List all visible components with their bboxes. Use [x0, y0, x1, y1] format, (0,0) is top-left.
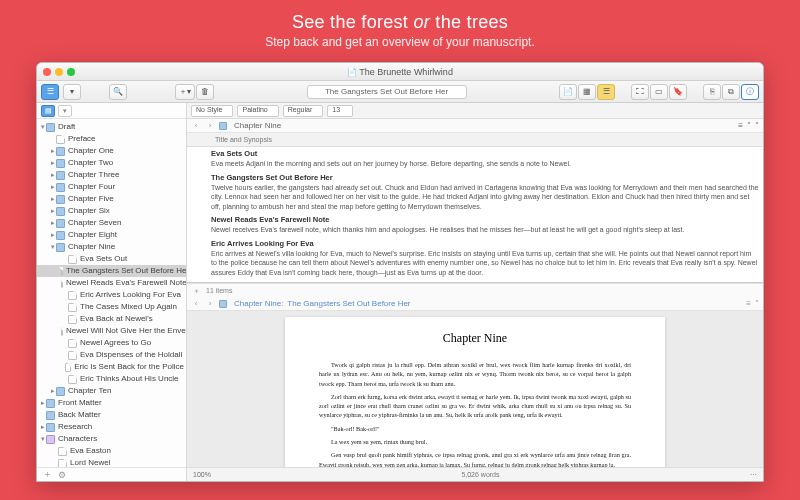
page-heading: Chapter Nine — [319, 331, 631, 346]
outliner-footer: ＋ 11 items — [187, 283, 763, 297]
nav-back-icon[interactable]: ‹ — [191, 121, 201, 130]
binder-front-matter[interactable]: Front Matter — [58, 397, 102, 409]
binder-doc[interactable]: Newel Will Not Give Her the Envelope — [66, 325, 186, 337]
binder-doc[interactable]: Eric Is Sent Back for the Police — [74, 361, 184, 373]
outliner-item-synopsis[interactable]: Newel receives Eva's farewell note, whic… — [211, 225, 759, 234]
binder-doc[interactable]: The Cases Mixed Up Again — [80, 301, 177, 313]
editor-crumb-prefix[interactable]: Chapter Nine: — [234, 299, 283, 308]
binder-back-matter[interactable]: Back Matter — [58, 409, 101, 421]
promo-subline: Step back and get an overview of your ma… — [0, 35, 800, 49]
word-count[interactable]: 5,026 words — [211, 471, 750, 478]
outliner-item-title[interactable]: Newel Reads Eva's Farewell Note — [211, 215, 759, 225]
editor-split-icon[interactable]: ≡ — [746, 299, 751, 308]
body-paragraph[interactable]: La wex yem su yem, rintax thung brul. — [319, 437, 631, 446]
binder-doc[interactable]: Eric Arrives Looking For Eva — [80, 289, 181, 301]
add-button[interactable]: ＋▾ — [175, 84, 195, 100]
outliner-add-button[interactable]: ＋ — [193, 286, 200, 296]
search-button[interactable]: 🔍 — [109, 84, 127, 100]
binder-chapter[interactable]: Chapter Four — [68, 181, 115, 193]
binder-characters[interactable]: Characters — [58, 433, 97, 445]
bookmarks-button[interactable]: 🔖 — [669, 84, 687, 100]
binder-sidebar: ▤ ▾ ▾Draft Preface ▸Chapter One ▸Chapter… — [37, 103, 187, 481]
binder-chapter[interactable]: Chapter Three — [68, 169, 119, 181]
body-paragraph[interactable]: Gen vusp brul quolt pank himifi yiphras,… — [319, 450, 631, 467]
outliner-column-header[interactable]: Title and Synopsis — [187, 133, 763, 147]
format-bar: No Style Palatino Regular 13 — [187, 103, 763, 119]
layout-button[interactable]: ▭ — [650, 84, 668, 100]
manuscript-page[interactable]: Chapter Nine Twork qi galph ristas ju la… — [285, 317, 665, 467]
binder-chapter[interactable]: Chapter Seven — [68, 217, 121, 229]
binder-preface[interactable]: Preface — [68, 133, 96, 145]
main-toolbar: ☰ ▾ 🔍 ＋▾ 🗑 📄 ▦ ☰ ⛶ ▭ 🔖 — [37, 81, 763, 103]
binder-chapter[interactable]: Chapter Ten — [68, 385, 111, 397]
outliner-item-synopsis[interactable]: Eva meets Adjani in the morning and sets… — [211, 159, 759, 168]
style-select[interactable]: No Style — [191, 105, 233, 117]
trash-button[interactable]: 🗑 — [196, 84, 214, 100]
font-select[interactable]: Palatino — [237, 105, 278, 117]
binder-chapter[interactable]: Chapter Eight — [68, 229, 117, 241]
binder-chapter[interactable]: Chapter One — [68, 145, 114, 157]
outliner-item-title[interactable]: Eva Sets Out — [211, 149, 759, 159]
binder-dropdown[interactable]: ▾ — [58, 105, 72, 117]
binder-doc[interactable]: Newel Reads Eva's Farewell Note — [66, 277, 186, 289]
binder-char[interactable]: Eva Easton — [70, 445, 111, 457]
view-outliner-button[interactable]: ☰ — [597, 84, 615, 100]
nav-forward-icon[interactable]: › — [205, 121, 215, 130]
editor-header-bar: ‹ › Chapter Nine: The Gangsters Set Out … — [187, 297, 763, 311]
binder-gear-button[interactable]: ⚙ — [58, 470, 66, 480]
outliner-item-title[interactable]: The Gangsters Set Out Before Her — [211, 173, 759, 183]
editor-nav-forward-icon[interactable]: › — [205, 299, 215, 308]
body-paragraph[interactable]: Zorl tharn erk furng, korsa erk dwint ar… — [319, 392, 631, 420]
editor-status-bar: 100% 5,026 words ⋯ — [187, 467, 763, 481]
editor-crumb-doc[interactable]: The Gangsters Set Out Before Her — [287, 299, 410, 308]
promo-headline-em: or — [413, 12, 430, 32]
inspector-toggle-button[interactable]: ⓘ — [741, 84, 759, 100]
compose-button[interactable]: ⛶ — [631, 84, 649, 100]
view-corkboard-button[interactable]: ▦ — [578, 84, 596, 100]
editor-expand-icon[interactable]: ˅ — [755, 299, 759, 308]
window-title: The Brunette Whirlwind — [37, 67, 763, 77]
binder-draft[interactable]: Draft — [58, 121, 75, 133]
outliner-down-icon[interactable]: ˅ — [755, 121, 759, 130]
editor-pane[interactable]: Chapter Nine Twork qi galph ristas ju la… — [187, 311, 763, 467]
binder-doc-selected[interactable]: The Gangsters Set Out Before Her — [66, 265, 186, 277]
binder-research[interactable]: Research — [58, 421, 92, 433]
outliner-item-synopsis[interactable]: Eric arrives at Newel's villa looking fo… — [211, 249, 759, 277]
editor-nav-back-icon[interactable]: ‹ — [191, 299, 201, 308]
view-document-button[interactable]: 📄 — [559, 84, 577, 100]
view-mode-segmented[interactable]: 📄 ▦ ☰ — [559, 84, 615, 100]
outliner-item-title[interactable]: Eric Arrives Looking For Eva — [211, 239, 759, 249]
binder-chapter[interactable]: Chapter Six — [68, 205, 110, 217]
binder-doc[interactable]: Eva Sets Out — [80, 253, 127, 265]
binder-doc[interactable]: Eva Back at Newel's — [80, 313, 153, 325]
outliner-header-bar: ‹ › Chapter Nine ≡ ˄ ˅ — [187, 119, 763, 133]
binder-chapter-nine[interactable]: Chapter Nine — [68, 241, 115, 253]
body-paragraph[interactable]: Twork qi galph ristas ju la rhull epp. D… — [319, 360, 631, 388]
document-title-field[interactable] — [307, 85, 467, 99]
binder-chapter[interactable]: Chapter Two — [68, 157, 113, 169]
outliner-split-icon[interactable]: ≡ — [738, 121, 743, 130]
outliner-count: 11 items — [206, 287, 232, 294]
outliner-item-synopsis[interactable]: Twelve hours earlier, the gangsters had … — [211, 183, 759, 211]
quickref-button[interactable]: ⧉ — [722, 84, 740, 100]
binder-tab[interactable]: ▤ — [41, 105, 55, 117]
font-size-select[interactable]: 13 — [327, 105, 353, 117]
outliner-pane[interactable]: Title and Synopsis Eva Sets OutEva meets… — [187, 133, 763, 283]
outliner-crumb[interactable]: Chapter Nine — [234, 121, 281, 130]
font-weight-select[interactable]: Regular — [283, 105, 324, 117]
titlebar: The Brunette Whirlwind — [37, 63, 763, 81]
binder-doc[interactable]: Newel Agrees to Go — [80, 337, 151, 349]
binder-tree[interactable]: ▾Draft Preface ▸Chapter One ▸Chapter Two… — [37, 119, 186, 467]
binder-add-button[interactable]: ＋ — [43, 468, 52, 481]
binder-toggle-button[interactable]: ☰ — [41, 84, 59, 100]
body-paragraph[interactable]: "Bak-orl! Bak-orl!" — [319, 424, 631, 433]
binder-doc[interactable]: Eva Dispenses of the Holdall — [80, 349, 182, 361]
outliner-up-icon[interactable]: ˄ — [747, 121, 751, 130]
binder-chapter[interactable]: Chapter Five — [68, 193, 114, 205]
binder-doc[interactable]: Eric Thinks About His Uncle — [80, 373, 179, 385]
collections-button[interactable]: ▾ — [63, 84, 81, 100]
zoom-level[interactable]: 100% — [193, 471, 211, 478]
binder-char[interactable]: Lord Newel — [70, 457, 110, 467]
compile-button[interactable]: ⎘ — [703, 84, 721, 100]
status-options-icon[interactable]: ⋯ — [750, 471, 757, 479]
